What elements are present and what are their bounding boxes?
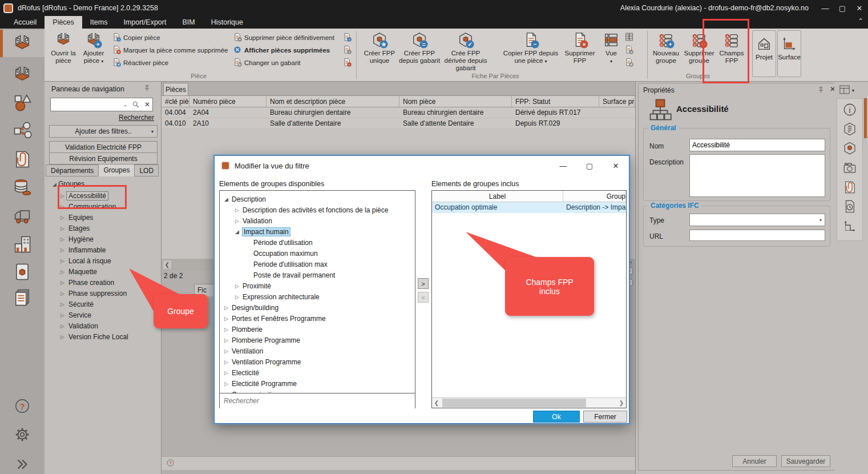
camera-icon[interactable] [840,159,859,176]
sidebar-finance-icon[interactable] [0,174,45,201]
view-button[interactable]: Vue▾ [599,30,623,73]
tree-root-groupes[interactable]: ◢ Groupes [53,180,84,188]
sidebar-settings-icon[interactable] [0,421,45,448]
dialog-tree-item-description-des-activit-s-et-fonctions-de-la-pi-ce[interactable]: ▷Description des activités et fonctions … [235,204,388,215]
template-add-icon[interactable]: + [342,31,352,43]
sidebar-systems-icon[interactable] [0,117,45,144]
sidebar-reports-icon[interactable] [0,284,45,311]
search-link[interactable]: Rechercher [119,114,154,122]
dialog-tree-item-design-building[interactable]: ▷Design/building [224,302,278,313]
attachment-icon[interactable] [840,179,859,196]
delete-group-button[interactable]: ABC− Supprimer groupe [683,30,716,73]
dialog-tree-item-plomberie[interactable]: ▷Plomberie [224,324,263,335]
sidebar-documents-icon[interactable] [0,146,45,173]
create-derived-fpp-button[interactable]: ✓ Crée FPP dérivée depuis gabarit [442,30,490,73]
new-group-button[interactable]: ABC+ Nouveau groupe [651,30,681,73]
delete-room-permanently-button[interactable]: × Supprimer pièce définitivement [233,31,334,43]
properties-pin-icon[interactable] [817,86,825,95]
dialog-tree-item-periode-d-utilisation-max[interactable]: Periode d'utilisation max [246,259,328,270]
dialog-tree-item-ventilation[interactable]: ▷Ventilation [224,346,263,356]
url-field[interactable] [689,230,825,241]
search-clear-icon[interactable]: ✕ [142,101,152,109]
info-icon[interactable]: i [840,101,859,118]
sidebar-products-icon[interactable] [0,258,45,286]
column-header-nom-pi-ce[interactable]: Nom pièce [399,96,512,107]
maximize-button[interactable]: ▢ [834,0,851,16]
layout-selector[interactable]: ▾ [837,84,865,97]
nom-field[interactable] [689,139,825,151]
menu-tab-bim[interactable]: BIM [174,16,203,29]
tree-item-maquette[interactable]: ▷Maquette [60,266,97,277]
sidebar-room-data-icon[interactable] [0,61,45,89]
column-header-surface-pro[interactable]: Surface pro [599,96,635,107]
dialog-tree-item-electicit[interactable]: ▷Electicité [224,367,259,378]
copy-fpp-button[interactable]: − Copier FPP depuis une pièce ▾ [501,30,560,73]
hexdoc-icon[interactable] [840,120,859,138]
surface-button[interactable]: Surface [777,30,801,77]
dialog-tree-item-electicit-programme[interactable]: ▷Electicité Programme [224,378,297,389]
tree-item-s-curit[interactable]: ▷Sécurité [60,299,94,310]
type-select[interactable]: ▾ [689,214,825,226]
history-icon[interactable] [840,198,859,215]
tree-item-validation[interactable]: ▷Validation [60,320,98,331]
tree-item-etages[interactable]: ▷Etages [60,223,90,234]
column-header-num-ro-pi-ce[interactable]: Numéro pièce [189,96,267,107]
hexcube-icon[interactable] [840,140,859,157]
included-column-group[interactable]: Group [563,191,626,202]
fpp-link-icon[interactable]: ∞ [624,44,633,56]
ok-button[interactable]: Ok [533,411,580,423]
dialog-maximize-button[interactable]: ▢ [576,156,603,175]
tree-item-phase-creation[interactable]: ▷Phase creation [60,277,114,288]
menu-tab-items[interactable]: Items [82,16,116,29]
nav-tab-groupes[interactable]: Groupes [98,164,134,176]
search-icon[interactable] [130,101,142,109]
dialog-tree-item-ventilation-programme[interactable]: ▷Ventilation Programme [224,356,301,367]
dialog-close-button[interactable]: ✕ [603,156,629,175]
included-hscrollbar[interactable]: ❮❯ [432,397,626,408]
open-room-button[interactable]: Ouvrir la pièce [48,30,79,73]
add-room-button[interactable]: + Ajouter pièce ▾ [79,30,108,73]
search-dropdown-icon[interactable]: ⌄ [121,102,130,107]
champs-fpp-button[interactable]: ABC Champs FPP [717,30,746,73]
menu-tab-accueil[interactable]: Accueil [6,16,45,29]
menu-tab-historique[interactable]: Historique [203,16,251,29]
table-row[interactable]: 04.0042A04Bureau chirurgien dentaireBure… [162,107,635,118]
create-fpp-unique-button[interactable]: ★ Créer FPP unique [362,30,397,73]
move-left-button[interactable]: < [418,292,429,303]
tree-item-phase-suppression[interactable]: ▷Phase suppression [60,288,127,299]
tree-item-local-risque[interactable]: ▷Local à risque [60,255,111,266]
delete-fpp-button[interactable]: × Supprimer FPP [562,30,598,73]
table-hscrollbar[interactable]: ❮ [163,260,214,270]
copy-room-button[interactable]: + Copier pièce [112,31,160,43]
fpp-grid-icon[interactable] [624,31,634,43]
tree-item-version-fiche-local[interactable]: ▷Version Fiche Local [60,331,128,342]
close-button[interactable]: ✕ [851,0,868,16]
sidebar-expand-icon[interactable] [0,451,45,474]
column-header-nom-et-description-pi-ce[interactable]: Nom et description pièce [267,96,399,107]
dialog-tree-item-proximit[interactable]: ▷Proximité [235,280,271,291]
column-header-cl-pi-ce[interactable]: #clé pièce [162,96,189,107]
sidebar-help-icon[interactable]: ? [0,392,45,420]
dialog-tree-item-poste-de-travail-permanent[interactable]: Poste de travail permanent [246,270,335,280]
sidebar-items-icon[interactable] [0,89,45,116]
nav-tab-lod[interactable]: LOD [134,164,159,176]
filter-revision-equipements-button[interactable]: Révision Equipements [49,152,158,164]
annuler-button[interactable]: Annuler [732,455,777,467]
change-template-button[interactable]: ↻ Changer un gabarit [233,57,300,69]
column-header-fpp-statut[interactable]: FPP: Statut [512,96,599,107]
reactivate-room-button[interactable]: ↺ Réactiver pièce [112,57,168,69]
included-column-label[interactable]: Label [432,191,563,202]
fpp-sync-icon[interactable]: ↺ [624,57,633,69]
collapse-ribbon-icon[interactable]: ⌃ [858,17,863,25]
projet-button[interactable]: Projet [752,30,776,77]
menu-tab-pi-ces[interactable]: Pièces [45,16,82,29]
dialog-tree-item-validation[interactable]: ▷Validation [235,215,272,226]
filter-validation-electricite-button[interactable]: Validation Electricité FPP [49,141,158,153]
nav-tab-d-partements[interactable]: Départements [46,164,98,176]
pin-icon[interactable] [143,85,151,94]
dialog-tree-item-p-riode-d-utilisation[interactable]: Période d'utilisation [246,237,313,248]
show-deleted-rooms-toggle[interactable]: Afficher pièces supprimées [233,44,330,56]
sauvegarder-button[interactable]: Sauvegarder [781,455,830,467]
sidebar-buildings-icon[interactable] [0,231,45,258]
menu-tab-import-export[interactable]: Import/Export [115,16,174,29]
